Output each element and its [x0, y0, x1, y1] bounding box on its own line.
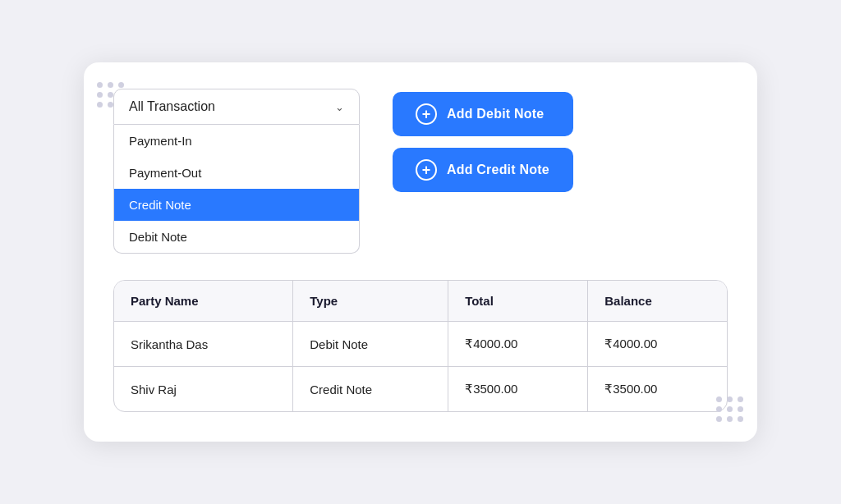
table-row[interactable]: Shiv Raj Credit Note ₹3500.00 ₹3500.00 [114, 367, 727, 412]
dropdown-item-debit-note[interactable]: Debit Note [114, 221, 359, 253]
add-debit-note-button[interactable]: + Add Debit Note [393, 92, 573, 136]
plus-icon-2: + [416, 159, 437, 181]
add-credit-note-button[interactable]: + Add Credit Note [393, 148, 573, 192]
dropdown-menu: Payment-In Payment-Out Credit Note Debit… [113, 125, 360, 254]
col-balance: Balance [588, 281, 727, 322]
col-total: Total [448, 281, 588, 322]
cell-party-name-1: Srikantha Das [114, 322, 293, 367]
cell-balance-1: ₹4000.00 [588, 322, 727, 367]
table-header-row: Party Name Type Total Balance [114, 281, 727, 322]
cell-type-2: Credit Note [293, 367, 448, 412]
dropdown-item-payment-in[interactable]: Payment-In [114, 125, 359, 157]
dropdown-trigger[interactable]: All Transaction ⌄ [113, 89, 360, 125]
decorative-dots-br [716, 396, 744, 422]
dropdown-item-credit-note[interactable]: Credit Note [114, 189, 359, 221]
cell-balance-2: ₹3500.00 [588, 367, 727, 412]
cell-type-1: Debit Note [293, 322, 448, 367]
action-buttons: + Add Debit Note + Add Credit Note [393, 92, 573, 192]
plus-icon: + [416, 103, 437, 125]
cell-party-name-2: Shiv Raj [114, 367, 293, 412]
dropdown-selected-label: All Transaction [129, 99, 215, 114]
transaction-filter-dropdown[interactable]: All Transaction ⌄ Payment-In Payment-Out… [113, 89, 360, 254]
table-row[interactable]: Srikantha Das Debit Note ₹4000.00 ₹4000.… [114, 322, 727, 367]
top-section: All Transaction ⌄ Payment-In Payment-Out… [113, 89, 728, 254]
col-party-name: Party Name [114, 281, 293, 322]
dropdown-item-payment-out[interactable]: Payment-Out [114, 157, 359, 189]
add-credit-note-label: Add Credit Note [447, 163, 549, 177]
cell-total-1: ₹4000.00 [448, 322, 588, 367]
transactions-table: Party Name Type Total Balance Srikantha … [114, 281, 727, 411]
transactions-table-wrapper: Party Name Type Total Balance Srikantha … [113, 280, 728, 412]
cell-total-2: ₹3500.00 [448, 367, 588, 412]
add-debit-note-label: Add Debit Note [447, 107, 544, 121]
main-card: All Transaction ⌄ Payment-In Payment-Out… [84, 62, 757, 442]
col-type: Type [293, 281, 448, 322]
chevron-down-icon: ⌄ [335, 101, 344, 113]
